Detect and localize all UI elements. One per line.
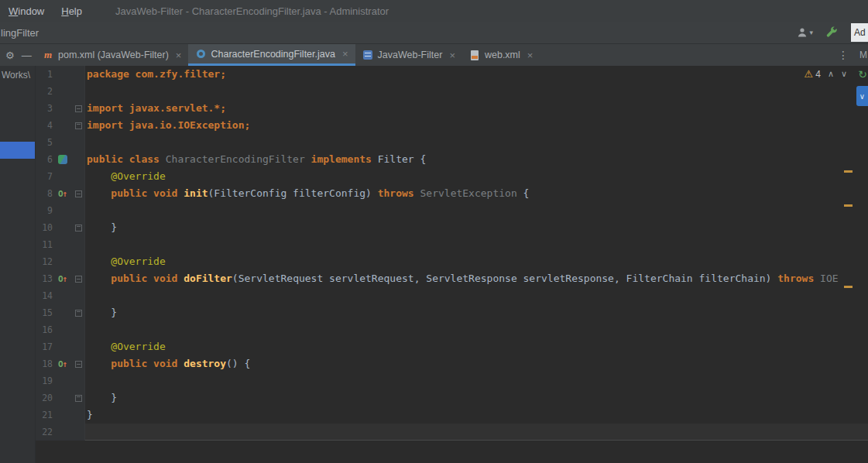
code-line[interactable]: 13O↑ public void doFilter(ServletRequest…	[36, 270, 868, 287]
line-number[interactable]: 21	[36, 406, 53, 424]
line-number[interactable]: 16	[36, 321, 53, 338]
line-number[interactable]: 11	[36, 236, 53, 253]
code-text[interactable]	[85, 202, 868, 219]
fold-marker[interactable]	[75, 395, 82, 402]
inspection-widget[interactable]: ⚠ 4 ∧ ∨	[805, 68, 847, 80]
line-number[interactable]: 2	[36, 83, 53, 100]
line-number[interactable]: 20	[36, 389, 53, 406]
warning-stripe-mark[interactable]	[844, 286, 853, 288]
run-configuration-button[interactable]: Ad	[851, 23, 868, 42]
next-problem-icon[interactable]: ∨	[841, 69, 847, 79]
code-line[interactable]: 18O↑ public void destroy() {	[36, 355, 868, 372]
code-line[interactable]: 5	[36, 134, 868, 151]
code-line[interactable]: 1package com.zfy.filter;	[36, 66, 868, 83]
code-line[interactable]: 8O↑ public void init(FilterConfig filter…	[36, 185, 868, 202]
line-number[interactable]: 6	[36, 151, 53, 168]
fold-marker[interactable]	[75, 122, 82, 129]
code-text[interactable]: }	[85, 389, 868, 406]
tab-pom-xml[interactable]: m pom.xml (JavaWeb-Filter) ×	[36, 44, 188, 66]
warning-stripe-mark[interactable]	[844, 170, 853, 173]
fold-marker[interactable]	[75, 225, 82, 232]
breadcrumb[interactable]: lingFilter	[0, 27, 39, 39]
code-text[interactable]	[85, 321, 868, 338]
tab-javaweb-filter[interactable]: JavaWeb-Filter ×	[355, 44, 462, 66]
line-number[interactable]: 13	[36, 270, 53, 287]
code-pane[interactable]: 1package com.zfy.filter;23import javax.s…	[36, 66, 868, 463]
class-icon[interactable]	[58, 155, 67, 164]
line-number[interactable]: 14	[36, 287, 53, 304]
code-line[interactable]: 7 @Override	[36, 168, 868, 185]
code-text[interactable]	[85, 287, 868, 304]
line-number[interactable]: 5	[36, 134, 53, 151]
line-number[interactable]: 15	[36, 304, 53, 321]
fold-marker[interactable]	[75, 190, 82, 197]
code-text[interactable]: }	[85, 304, 868, 321]
code-text[interactable]: }	[85, 406, 868, 424]
line-number[interactable]: 12	[36, 253, 53, 270]
menu-help[interactable]: Help	[53, 5, 91, 17]
line-number[interactable]: 19	[36, 372, 53, 389]
close-tab-icon[interactable]: ×	[449, 50, 455, 61]
code-text[interactable]	[85, 83, 868, 100]
tab-character-encoding-filter[interactable]: CharacterEncodingFilter.java ×	[188, 44, 355, 66]
code-line[interactable]: 3import javax.servlet.*;	[36, 100, 868, 117]
line-number[interactable]: 1	[36, 66, 53, 83]
code-text[interactable]: @Override	[85, 168, 868, 185]
fold-marker[interactable]	[75, 361, 82, 368]
line-number[interactable]: 18	[36, 355, 53, 372]
code-line[interactable]: 17 @Override	[36, 338, 868, 355]
close-tab-icon[interactable]: ×	[342, 48, 348, 60]
tab-web-xml[interactable]: web.xml ×	[462, 44, 540, 66]
code-line[interactable]: 6public class CharacterEncodingFilter im…	[36, 151, 868, 168]
code-line[interactable]: 2	[36, 83, 868, 100]
code-line[interactable]: 9	[36, 202, 868, 219]
code-line[interactable]: 16	[36, 321, 868, 338]
project-selection-highlight[interactable]	[0, 142, 35, 159]
code-line[interactable]: 22	[36, 424, 868, 441]
code-line[interactable]: 10 }	[36, 219, 868, 236]
user-profile-icon[interactable]: ▾	[796, 26, 813, 39]
prev-problem-icon[interactable]: ∧	[828, 69, 834, 79]
line-number[interactable]: 7	[36, 168, 53, 185]
line-number[interactable]: 10	[36, 219, 53, 236]
code-line[interactable]: 20 }	[36, 389, 868, 406]
code-line[interactable]: 14	[36, 287, 868, 304]
code-text[interactable]	[85, 424, 868, 441]
build-wrench-icon[interactable]	[825, 26, 839, 39]
code-text[interactable]	[85, 372, 868, 389]
line-number[interactable]: 8	[36, 185, 53, 202]
code-line[interactable]: 12 @Override	[36, 253, 868, 270]
code-text[interactable]: @Override	[85, 338, 868, 355]
code-text[interactable]: public class CharacterEncodingFilter imp…	[85, 151, 868, 168]
code-text[interactable]	[85, 134, 868, 151]
code-line[interactable]: 19	[36, 372, 868, 389]
more-options-kebab-icon[interactable]: ⋮	[838, 49, 849, 61]
code-text[interactable]: public void init(FilterConfig filterConf…	[85, 185, 868, 202]
code-text[interactable]	[85, 236, 868, 253]
code-text[interactable]: package com.zfy.filter;	[85, 66, 868, 83]
line-number[interactable]: 22	[36, 424, 53, 441]
warning-stripe-mark[interactable]	[844, 204, 853, 207]
inspection-flag-box[interactable]: ∨	[856, 86, 868, 106]
code-line[interactable]: 11	[36, 236, 868, 253]
code-text[interactable]: public void doFilter(ServletRequest serv…	[85, 270, 868, 287]
refresh-icon[interactable]: ↻	[858, 68, 867, 81]
line-number[interactable]: 9	[36, 202, 53, 219]
maven-toolwindow-partial-label[interactable]: M	[859, 50, 867, 60]
fold-marker[interactable]	[75, 276, 82, 283]
overriding-method-icon[interactable]: O↑	[58, 274, 67, 284]
close-tab-icon[interactable]: ×	[176, 50, 182, 61]
code-text[interactable]: public void destroy() {	[85, 355, 868, 372]
line-number[interactable]: 4	[36, 117, 53, 134]
close-tab-icon[interactable]: ×	[527, 50, 533, 61]
code-text[interactable]: }	[85, 219, 868, 236]
menu-window[interactable]: Window	[0, 5, 53, 17]
overriding-method-icon[interactable]: O↑	[58, 359, 67, 369]
code-line[interactable]: 21}	[36, 406, 868, 424]
project-panel-strip[interactable]: Works\	[0, 66, 36, 463]
line-number[interactable]: 17	[36, 338, 53, 355]
code-text[interactable]: @Override	[85, 253, 868, 270]
fold-marker[interactable]	[75, 310, 82, 317]
overriding-method-icon[interactable]: O↑	[58, 189, 67, 199]
line-number[interactable]: 3	[36, 100, 53, 117]
